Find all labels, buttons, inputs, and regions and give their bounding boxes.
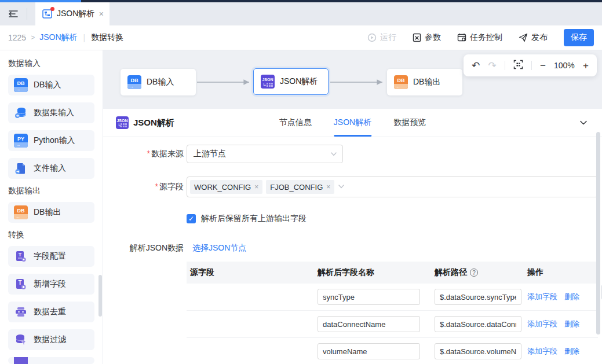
- params-icon: [413, 33, 421, 42]
- breadcrumb-action-bar: 1225 > JSON解析 | 数据转换 运行 参数 任务控: [0, 25, 602, 50]
- node-db-input[interactable]: DB→ DB输入: [121, 69, 196, 95]
- breadcrumb-section: 数据转换: [91, 32, 123, 43]
- tab-label: JSON解析: [57, 9, 94, 19]
- add-field-link[interactable]: 添加字段: [527, 292, 557, 302]
- redo-icon[interactable]: ↷: [488, 61, 496, 71]
- data-source-label: 数据来源: [151, 149, 184, 158]
- source-field-label: 源字段: [159, 182, 184, 191]
- toolbar-divider: [505, 61, 505, 70]
- node-palette-sidebar: 数据输入 DB→ DB输入 数据集输入 PY→ Python输入: [0, 50, 103, 364]
- tab-node-info[interactable]: 节点信息: [279, 109, 312, 137]
- remove-tag-icon[interactable]: ×: [254, 183, 258, 191]
- undo-icon[interactable]: ↶: [472, 61, 480, 71]
- node-json-parse[interactable]: JSON ↳ JSON解析: [253, 68, 329, 95]
- node-db-output[interactable]: DB← DB输出: [387, 69, 462, 95]
- sidebar-item-db-output[interactable]: DB← DB输出: [8, 202, 94, 223]
- required-marker: *: [155, 182, 158, 191]
- sidebar-item-partial[interactable]: [8, 357, 94, 364]
- keep-fields-checkbox[interactable]: ✓: [187, 214, 196, 223]
- parse-path-input[interactable]: [435, 343, 521, 359]
- tabbar-divider: [27, 8, 27, 20]
- content-area: DB→ DB输入 JSON ↳ JSON解析 DB← DB输出 ↶ ↷: [103, 50, 602, 364]
- zoom-in-icon[interactable]: +: [583, 61, 589, 71]
- canvas-zoom-toolbar: ↶ ↷ − 100% +: [464, 54, 597, 76]
- section-label-data-output: 数据输出: [8, 186, 94, 196]
- data-source-value: 上游节点: [194, 149, 226, 159]
- sidebar-item-python-input[interactable]: PY→ Python输入: [8, 130, 94, 151]
- svg-text:T: T: [18, 280, 21, 286]
- db-input-icon: DB→: [127, 75, 141, 89]
- section-label-transform: 转换: [8, 230, 94, 240]
- sidebar-item-dedupe[interactable]: x 数据去重: [8, 302, 94, 322]
- sidebar-item-field-add[interactable]: T 新增字段: [8, 274, 94, 295]
- table-row: 添加字段 删除: [187, 284, 598, 311]
- sidebar-scrollbar[interactable]: [98, 275, 102, 317]
- keep-fields-label: 解析后保留所有上游输出字段: [201, 214, 307, 224]
- remove-tag-icon[interactable]: ×: [326, 183, 330, 191]
- publish-label: 发布: [531, 32, 548, 43]
- parse-path-input[interactable]: [435, 289, 521, 305]
- help-icon[interactable]: ?: [470, 269, 478, 277]
- dedupe-icon: x: [14, 305, 28, 319]
- breadcrumb: 1225 > JSON解析 | 数据转换: [8, 32, 123, 43]
- breadcrumb-node[interactable]: JSON解析: [39, 32, 77, 43]
- params-label: 参数: [425, 32, 441, 43]
- delete-link[interactable]: 删除: [564, 346, 579, 356]
- file-input-icon: [14, 161, 28, 175]
- publish-button[interactable]: 发布: [519, 32, 548, 43]
- panel-title: JSON解析: [133, 117, 174, 128]
- parsed-name-input[interactable]: [318, 343, 420, 359]
- add-field-link[interactable]: 添加字段: [527, 319, 557, 329]
- fit-view-icon[interactable]: [513, 60, 523, 71]
- task-control-label: 任务控制: [470, 32, 502, 43]
- panel-tabs: 节点信息 JSON解析 数据预览: [279, 109, 426, 137]
- sidebar-item-file-input[interactable]: 文件输入: [8, 158, 94, 179]
- breadcrumb-root[interactable]: 1225: [8, 33, 26, 42]
- toolbar-divider: [531, 61, 532, 70]
- tab-json-parse-config[interactable]: JSON解析: [334, 109, 371, 137]
- chevron-down-icon: [330, 150, 337, 157]
- task-control-icon: [457, 33, 466, 42]
- run-label: 运行: [380, 32, 396, 43]
- svg-text:x: x: [24, 310, 26, 314]
- parsed-name-input[interactable]: [318, 289, 420, 305]
- source-field-multiselect[interactable]: WORK_CONFIG × FJOB_CONFIG ×: [187, 177, 598, 197]
- delete-link[interactable]: 删除: [564, 319, 579, 329]
- section-label-data-input: 数据输入: [8, 58, 94, 69]
- data-source-select[interactable]: 上游节点: [187, 145, 343, 163]
- run-button[interactable]: 运行: [367, 32, 396, 43]
- select-json-node-link[interactable]: 选择JSON节点: [192, 243, 246, 253]
- params-button[interactable]: 参数: [413, 32, 441, 43]
- node-config-panel: JSON ↳ JSON解析 节点信息 JSON解析 数据预览 *数据: [103, 109, 602, 364]
- flow-diagram-icon: [42, 9, 53, 19]
- db-output-icon: DB←: [14, 205, 28, 219]
- db-input-icon: DB→: [14, 78, 28, 92]
- keep-fields-row: ✓ 解析后保留所有上游输出字段: [116, 214, 602, 224]
- db-output-icon: DB←: [394, 75, 408, 89]
- sidebar-item-db-input[interactable]: DB→ DB输入: [8, 75, 94, 95]
- parse-json-row: 解析JSON数据 选择JSON节点: [116, 243, 602, 253]
- tab-data-preview[interactable]: 数据预览: [393, 109, 426, 137]
- sidebar-item-field-config[interactable]: T 字段配置: [8, 246, 94, 267]
- parsed-name-input[interactable]: [318, 316, 420, 332]
- tab-json-parse[interactable]: JSON解析 ×: [35, 2, 110, 25]
- play-circle-icon: [367, 33, 377, 42]
- add-field-link[interactable]: 添加字段: [527, 346, 557, 356]
- sidebar-item-dataset-input[interactable]: 数据集输入: [8, 102, 94, 123]
- chevron-down-icon[interactable]: [579, 118, 588, 127]
- close-icon[interactable]: ×: [99, 10, 104, 18]
- transform-icon: [14, 357, 28, 364]
- collapse-sidebar-button[interactable]: [0, 2, 27, 25]
- flow-canvas[interactable]: DB→ DB输入 JSON ↳ JSON解析 DB← DB输出 ↶ ↷: [103, 50, 602, 109]
- panel-scrollbar[interactable]: [596, 132, 600, 334]
- chevron-down-icon: [338, 182, 345, 192]
- save-button[interactable]: 保存: [564, 29, 594, 46]
- delete-link[interactable]: 删除: [564, 292, 579, 302]
- header-operations: 操作: [524, 267, 598, 278]
- task-control-button[interactable]: 任务控制: [457, 32, 502, 43]
- sidebar-item-filter[interactable]: 数据过滤: [8, 329, 94, 350]
- tag-work-config: WORK_CONFIG ×: [190, 180, 262, 194]
- svg-text:T: T: [19, 252, 22, 258]
- parse-path-input[interactable]: [435, 316, 521, 332]
- zoom-out-icon[interactable]: −: [540, 61, 546, 71]
